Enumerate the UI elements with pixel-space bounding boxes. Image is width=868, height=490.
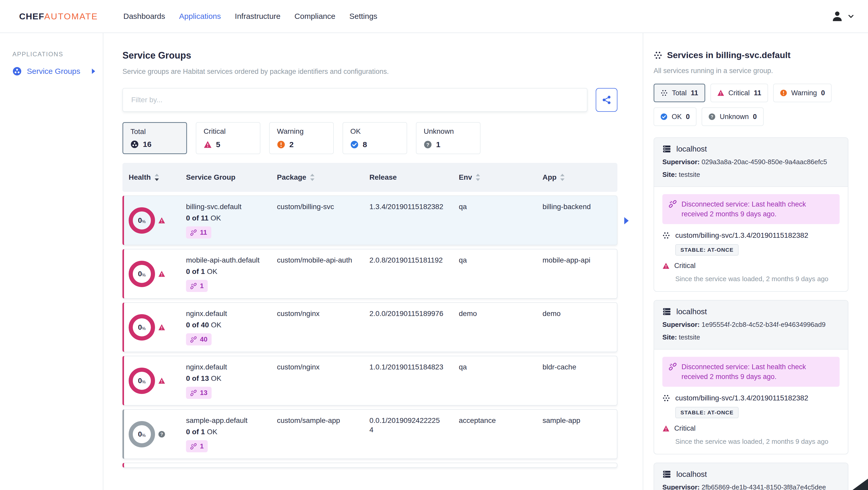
open-panel-arrow-icon[interactable] <box>624 217 629 225</box>
chip-label: Critical <box>728 89 750 97</box>
nav-item-compliance[interactable]: Compliance <box>294 12 335 21</box>
dots-cluster-icon <box>660 89 668 97</box>
env-cell: qa <box>459 256 542 292</box>
broken-link-icon <box>669 200 677 208</box>
status-filter-count: 16 <box>143 140 151 149</box>
sort-icon[interactable] <box>154 173 159 181</box>
release-cell: 2.0.0/20190115189976 <box>369 309 459 346</box>
question-circle-icon: ? <box>158 431 165 438</box>
disconnected-count-pill: 11 <box>186 226 211 238</box>
panel-subtitle: All services running in a service group. <box>654 67 848 75</box>
supervisor-id: 1e95554f-2cb8-4c52-b34f-e94634996ad9 <box>702 321 826 328</box>
service-card-header: localhost Supervisor: 029a3a8a-20ac-4590… <box>654 138 848 187</box>
sort-icon[interactable] <box>560 173 565 181</box>
status-filter-ok[interactable]: OK 8 <box>343 122 407 154</box>
alert-triangle-icon <box>158 270 165 277</box>
service-groups-icon <box>12 67 22 76</box>
column-header-label: Health <box>129 173 151 182</box>
service-groups-table: Health Service Group Package Release Env… <box>122 163 617 468</box>
check-circle-icon <box>350 140 359 149</box>
table-row[interactable]: 0 % billing-svc.default 0 of 11 OK 11 cu… <box>122 195 617 245</box>
status-filter-unknown[interactable]: Unknown ? 1 <box>416 122 480 154</box>
status-filter-label: Unknown <box>424 127 454 135</box>
column-header-service-group: Service Group <box>186 173 277 182</box>
service-status-row: Critical <box>662 262 840 270</box>
user-menu[interactable] <box>831 10 855 23</box>
status-filter-count: 2 <box>289 140 294 149</box>
server-icon <box>662 470 671 479</box>
health-percent-sign: % <box>142 380 146 384</box>
broken-link-icon <box>190 336 197 343</box>
nav-item-settings[interactable]: Settings <box>349 12 377 21</box>
corner-tab[interactable] <box>852 479 868 490</box>
user-avatar-icon <box>831 10 844 23</box>
disconnected-count: 13 <box>200 389 208 397</box>
chip-count: 0 <box>753 113 757 121</box>
supervisor-row: Supervisor: 2fb65869-de1b-4341-8150-3f8a… <box>662 483 840 490</box>
table-row[interactable]: 0 % nginx.default 0 of 13 OK 13 custom/n… <box>122 356 617 405</box>
column-header-health: Health <box>122 173 186 182</box>
question-circle-icon: ? <box>424 140 432 149</box>
panel-chip-total[interactable]: Total 11 <box>654 84 705 102</box>
share-button[interactable] <box>596 88 617 112</box>
nav-item-infrastructure[interactable]: Infrastructure <box>235 12 281 21</box>
chef-automate-logo[interactable]: CHEFAUTOMATE <box>19 11 98 22</box>
status-filter-count: 1 <box>436 140 440 149</box>
service-group-cell: sample-app.default 0 of 1 OK 1 <box>186 416 277 452</box>
site-row: Site: testsite <box>662 171 840 178</box>
panel-chip-warning[interactable]: Warning 0 <box>773 84 832 102</box>
health-percent-sign: % <box>142 220 146 224</box>
sort-icon[interactable] <box>475 173 480 181</box>
broken-link-icon <box>190 390 197 396</box>
column-header-label: Package <box>277 173 306 182</box>
panel-chip-critical[interactable]: Critical 11 <box>710 84 768 102</box>
dots-cluster-icon <box>662 394 670 402</box>
chip-label: Warning <box>791 89 817 97</box>
health-donut: 0 % <box>129 421 155 448</box>
ok-count: 0 of 11 OK <box>186 214 277 222</box>
panel-chip-unknown[interactable]: ? Unknown 0 <box>702 107 764 126</box>
site-name: testsite <box>679 171 700 178</box>
status-filter-label: Critical <box>204 127 226 135</box>
service-group-cell: billing-svc.default 0 of 11 OK 11 <box>186 202 277 238</box>
column-header-label: Service Group <box>186 173 235 182</box>
service-card: localhost Supervisor: 1e95554f-2cb8-4c52… <box>654 300 848 454</box>
nav-item-dashboards[interactable]: Dashboards <box>123 12 165 21</box>
disconnected-alert-text: Disconnected service: Last health check … <box>681 362 833 382</box>
panel-chip-ok[interactable]: OK 0 <box>654 107 696 126</box>
panel-title-text: Services in billing-svc.default <box>667 50 790 60</box>
health-donut: 0 % <box>129 314 155 340</box>
table-row[interactable] <box>122 463 617 468</box>
alert-triangle-icon <box>717 89 724 97</box>
status-filter-warning[interactable]: Warning 2 <box>269 122 334 154</box>
service-groups-icon <box>130 140 139 149</box>
services-panel: Services in billing-svc.default All serv… <box>643 33 868 490</box>
service-group-name: nginx.default <box>186 309 277 318</box>
table-row[interactable]: 0 % ? sample-app.default 0 of 1 OK 1 cus… <box>122 409 617 459</box>
chip-count: 11 <box>754 89 761 97</box>
service-card-header: localhost Supervisor: 1e95554f-2cb8-4c52… <box>654 300 848 350</box>
filter-input[interactable] <box>122 88 587 112</box>
health-donut: 0 % <box>129 207 155 234</box>
disconnected-alert-text: Disconnected service: Last health check … <box>681 199 833 219</box>
status-filter-total[interactable]: Total 16 <box>122 122 187 154</box>
sort-icon[interactable] <box>310 173 315 181</box>
app-cell: sample-app <box>542 416 617 452</box>
table-row[interactable]: 0 % mobile-api-auth.default 0 of 1 OK 1 … <box>122 249 617 299</box>
health-cell: 0 % <box>124 362 186 399</box>
sidebar-item-service-groups[interactable]: Service Groups <box>12 67 96 76</box>
nav-item-applications[interactable]: Applications <box>179 12 221 21</box>
table-row[interactable]: 0 % nginx.default 0 of 40 OK 40 custom/n… <box>122 302 617 352</box>
svg-text:?: ? <box>426 142 429 148</box>
app-cell: demo <box>542 309 617 346</box>
app-shell: APPLICATIONS Service Groups Service Grou… <box>0 33 868 490</box>
caret-right-icon <box>91 68 96 74</box>
env-cell: qa <box>459 362 542 399</box>
critical-icon <box>662 425 670 432</box>
filter-row <box>122 88 617 112</box>
disconnected-alert: Disconnected service: Last health check … <box>662 357 840 387</box>
service-card-body: Disconnected service: Last health check … <box>654 187 848 291</box>
chevron-down-icon <box>847 13 855 20</box>
disconnected-count: 11 <box>200 228 207 236</box>
status-filter-critical[interactable]: Critical 5 <box>196 122 260 154</box>
